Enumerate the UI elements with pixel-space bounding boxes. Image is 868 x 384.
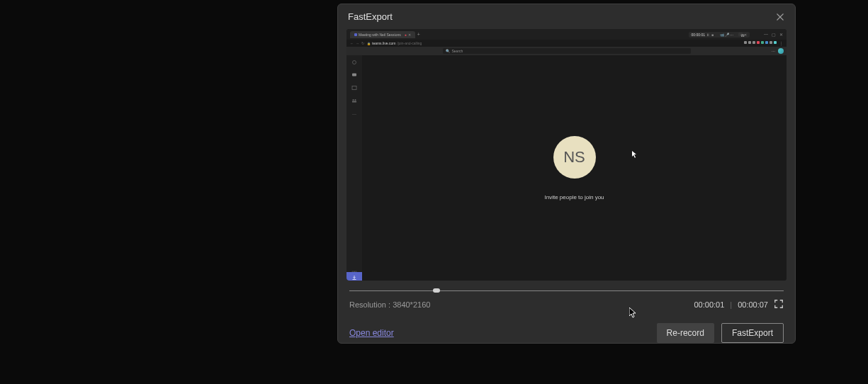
info-row: Resolution : 3840*2160 00:00:01 | 00:00:…: [338, 299, 795, 310]
svg-point-5: [353, 99, 354, 101]
svg-rect-4: [352, 86, 356, 90]
svg-rect-7: [352, 101, 356, 103]
tab-x-icon: ✕: [408, 33, 411, 37]
ext-icon: [744, 41, 747, 44]
tab-title: Meeting with Neil Sessions: [359, 33, 401, 37]
tab-section: Meeting with Neil Sessions ● ✕ +: [350, 31, 420, 38]
modal-header: FastExport: [338, 4, 795, 29]
browser-tab: Meeting with Neil Sessions ● ✕: [350, 31, 415, 38]
meeting-area: NS Invite people to join you: [362, 55, 787, 281]
ext-icon: [770, 41, 772, 44]
fullscreen-icon: [774, 299, 784, 309]
timeline-line: [349, 290, 784, 291]
ext-icon: [774, 41, 777, 44]
cursor-icon: [632, 151, 638, 159]
address-bar: ← → ↻ 🔒 teams.live.com /join-and-calling…: [346, 40, 787, 47]
timeline-track[interactable]: [349, 288, 784, 293]
browser-titlebar: Meeting with Neil Sessions ● ✕ + 00:00:0…: [346, 29, 787, 40]
svg-rect-3: [352, 74, 356, 77]
total-time: 00:00:07: [738, 300, 768, 309]
fastexport-button[interactable]: FastExport: [721, 323, 784, 343]
more-dots-icon: ⋯: [772, 49, 775, 53]
time-divider: |: [730, 300, 732, 309]
more-icon: ⋯: [351, 110, 358, 117]
more-icon: ⋯: [730, 33, 733, 36]
teams-app: 🔍 Search ⋯ ⋯: [346, 47, 787, 281]
ext-icon: [765, 41, 768, 44]
ext-icon: [753, 41, 755, 44]
url-box: 🔒 teams.live.com /join-and-calling: [367, 41, 422, 45]
time-section: 00:00:01 | 00:00:07: [694, 299, 784, 310]
meeting-timer: 00:00:01: [692, 33, 705, 37]
new-tab-icon: +: [417, 32, 420, 37]
invite-text: Invite people to join you: [544, 194, 604, 201]
notification-icon: [351, 59, 358, 66]
video-preview[interactable]: Meeting with Neil Sessions ● ✕ + 00:00:0…: [346, 29, 787, 281]
window-controls: — ▢ ✕: [764, 32, 783, 37]
timeline-section: [349, 288, 784, 293]
camera-icon: 📹: [720, 33, 723, 36]
calendar-icon: [351, 84, 358, 91]
menu-icon: ⋮: [779, 41, 783, 45]
fullscreen-button[interactable]: [774, 299, 784, 310]
community-icon: [351, 97, 358, 104]
back-icon: ←: [350, 41, 354, 45]
meeting-controls: 00:00:01 ⏸ ■ 📹 🎤 ⋯ ☎ ✕: [689, 32, 750, 38]
download-highlight: [346, 272, 362, 281]
avatar-initials: NS: [563, 148, 585, 166]
ext-icon: [757, 41, 760, 44]
lock-icon: 🔒: [367, 42, 371, 45]
close-icon: [776, 13, 784, 21]
mic-icon: 🎤: [725, 33, 728, 36]
svg-point-2: [353, 61, 356, 64]
search-icon: 🔍: [446, 49, 450, 53]
minimize-icon: —: [764, 32, 768, 37]
url-host: teams.live.com: [372, 41, 395, 45]
profile-avatar-icon: [778, 48, 784, 54]
svg-point-6: [355, 99, 356, 101]
nav-arrows: ← → ↻: [350, 41, 364, 45]
refresh-icon: ↻: [361, 41, 364, 45]
teams-search-bar: 🔍 Search ⋯: [346, 47, 787, 55]
resolution-text: Resolution : 3840*2160: [349, 300, 430, 309]
fastexport-modal: FastExport Meeting with Neil Sessions ● …: [337, 4, 796, 344]
close-window-icon: ✕: [779, 32, 783, 37]
tab-close-icon: ●: [405, 33, 407, 37]
chat-icon: [351, 72, 358, 79]
extension-icons: ⋮: [744, 41, 783, 45]
button-group: Re-record FastExport: [657, 323, 784, 343]
rerecord-button[interactable]: Re-record: [657, 323, 714, 343]
open-editor-link[interactable]: Open editor: [349, 328, 394, 338]
search-box: 🔍 Search: [443, 48, 691, 54]
close-button[interactable]: [775, 12, 785, 22]
user-avatar: NS: [553, 136, 596, 179]
pause-icon: ⏸: [706, 33, 710, 36]
search-placeholder: Search: [452, 49, 463, 53]
modal-title: FastExport: [348, 11, 393, 22]
current-time: 00:00:01: [694, 300, 724, 309]
stop-icon: ■: [711, 33, 715, 36]
maximize-icon: ▢: [772, 32, 776, 37]
close-ctrl-icon: ✕: [744, 33, 747, 37]
teams-sidebar: ⋯: [346, 55, 362, 281]
teams-icon: [354, 33, 357, 36]
forward-icon: →: [356, 41, 359, 45]
ext-icon: [761, 41, 764, 44]
ext-icon: [748, 41, 751, 44]
leave-icon: ☎: [738, 33, 743, 36]
footer-row: Open editor Re-record FastExport: [338, 323, 795, 343]
url-path: /join-and-calling: [397, 41, 422, 45]
timeline-handle[interactable]: [433, 288, 440, 293]
